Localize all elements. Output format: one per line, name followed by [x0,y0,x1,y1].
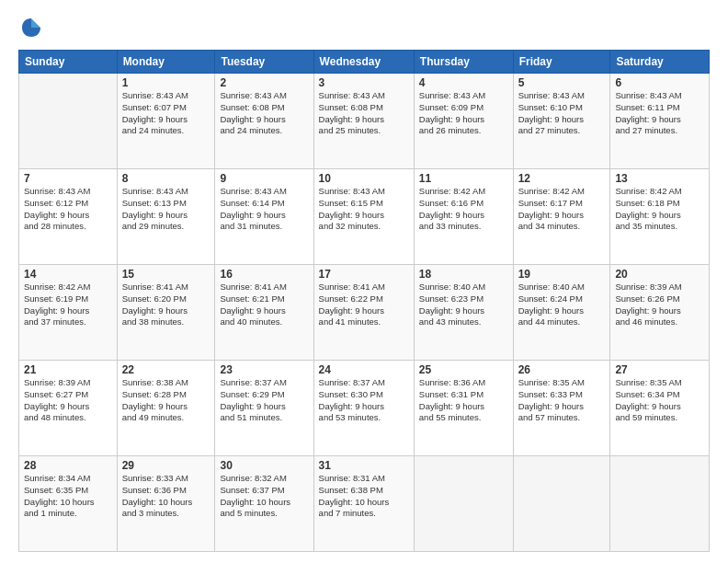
calendar-cell: 16Sunrise: 8:41 AMSunset: 6:21 PMDayligh… [215,265,313,361]
day-info: Sunrise: 8:42 AMSunset: 6:17 PMDaylight:… [518,186,606,233]
day-info: Sunrise: 8:40 AMSunset: 6:23 PMDaylight:… [419,282,508,328]
calendar-cell: 10Sunrise: 8:43 AMSunset: 6:15 PMDayligh… [313,169,414,265]
calendar-cell: 13Sunrise: 8:42 AMSunset: 6:18 PMDayligh… [610,169,710,265]
day-info: Sunrise: 8:37 AMSunset: 6:30 PMDaylight:… [319,377,409,424]
calendar-cell: 12Sunrise: 8:42 AMSunset: 6:17 PMDayligh… [513,169,610,265]
calendar-header-thursday: Thursday [414,51,513,74]
day-number: 13 [615,172,704,185]
calendar-header-sunday: Sunday [19,51,118,74]
day-number: 3 [319,76,409,89]
logo-icon [18,15,44,40]
day-number: 2 [220,76,308,89]
day-info: Sunrise: 8:41 AMSunset: 6:21 PMDaylight:… [220,282,308,328]
day-info: Sunrise: 8:42 AMSunset: 6:19 PMDaylight:… [24,282,112,328]
day-info: Sunrise: 8:37 AMSunset: 6:29 PMDaylight:… [220,377,308,424]
day-info: Sunrise: 8:33 AMSunset: 6:36 PMDaylight:… [122,473,210,520]
day-number: 10 [319,172,409,185]
day-info: Sunrise: 8:36 AMSunset: 6:31 PMDaylight:… [419,377,508,424]
day-info: Sunrise: 8:43 AMSunset: 6:08 PMDaylight:… [220,90,308,137]
day-number: 18 [419,268,508,281]
calendar-cell: 11Sunrise: 8:42 AMSunset: 6:16 PMDayligh… [414,169,513,265]
calendar-cell: 30Sunrise: 8:32 AMSunset: 6:37 PMDayligh… [215,456,313,552]
calendar-week-5: 28Sunrise: 8:34 AMSunset: 6:35 PMDayligh… [19,456,710,552]
logo [18,15,48,40]
calendar-cell: 17Sunrise: 8:41 AMSunset: 6:22 PMDayligh… [313,265,414,361]
day-info: Sunrise: 8:32 AMSunset: 6:37 PMDaylight:… [220,473,308,520]
day-info: Sunrise: 8:43 AMSunset: 6:14 PMDaylight:… [220,186,308,233]
calendar-cell: 23Sunrise: 8:37 AMSunset: 6:29 PMDayligh… [215,361,313,456]
day-number: 21 [24,363,112,376]
day-info: Sunrise: 8:42 AMSunset: 6:16 PMDaylight:… [419,186,508,233]
calendar-header-saturday: Saturday [610,51,710,74]
calendar-cell: 28Sunrise: 8:34 AMSunset: 6:35 PMDayligh… [19,456,118,552]
calendar-cell: 8Sunrise: 8:43 AMSunset: 6:13 PMDaylight… [117,169,215,265]
day-number: 31 [319,459,409,472]
day-number: 23 [220,363,308,376]
day-number: 14 [24,268,112,281]
day-number: 8 [122,172,210,185]
day-number: 26 [518,363,606,376]
calendar-cell [513,456,610,552]
day-info: Sunrise: 8:43 AMSunset: 6:07 PMDaylight:… [122,90,210,137]
calendar-cell [414,456,513,552]
day-info: Sunrise: 8:41 AMSunset: 6:20 PMDaylight:… [122,282,210,328]
calendar-cell [610,456,710,552]
day-info: Sunrise: 8:39 AMSunset: 6:26 PMDaylight:… [615,282,704,328]
calendar-cell: 5Sunrise: 8:43 AMSunset: 6:10 PMDaylight… [513,74,610,169]
calendar-cell: 3Sunrise: 8:43 AMSunset: 6:08 PMDaylight… [313,74,414,169]
day-info: Sunrise: 8:35 AMSunset: 6:34 PMDaylight:… [615,377,704,424]
day-info: Sunrise: 8:43 AMSunset: 6:13 PMDaylight:… [122,186,210,233]
calendar-header-friday: Friday [513,51,610,74]
calendar-cell: 9Sunrise: 8:43 AMSunset: 6:14 PMDaylight… [215,169,313,265]
day-number: 9 [220,172,308,185]
calendar-cell: 21Sunrise: 8:39 AMSunset: 6:27 PMDayligh… [19,361,118,456]
day-info: Sunrise: 8:43 AMSunset: 6:15 PMDaylight:… [319,186,409,233]
calendar-header-tuesday: Tuesday [215,51,313,74]
day-info: Sunrise: 8:43 AMSunset: 6:10 PMDaylight:… [518,90,606,137]
day-info: Sunrise: 8:35 AMSunset: 6:33 PMDaylight:… [518,377,606,424]
day-number: 19 [518,268,606,281]
day-info: Sunrise: 8:34 AMSunset: 6:35 PMDaylight:… [24,473,112,520]
calendar-header-monday: Monday [117,51,215,74]
calendar-cell: 27Sunrise: 8:35 AMSunset: 6:34 PMDayligh… [610,361,710,456]
day-number: 25 [419,363,508,376]
day-info: Sunrise: 8:39 AMSunset: 6:27 PMDaylight:… [24,377,112,424]
day-number: 24 [319,363,409,376]
calendar-cell: 31Sunrise: 8:31 AMSunset: 6:38 PMDayligh… [313,456,414,552]
day-number: 16 [220,268,308,281]
header [18,15,710,40]
day-info: Sunrise: 8:31 AMSunset: 6:38 PMDaylight:… [319,473,409,520]
day-info: Sunrise: 8:43 AMSunset: 6:08 PMDaylight:… [319,90,409,137]
calendar-cell: 29Sunrise: 8:33 AMSunset: 6:36 PMDayligh… [117,456,215,552]
day-number: 7 [24,172,112,185]
day-info: Sunrise: 8:42 AMSunset: 6:18 PMDaylight:… [615,186,704,233]
day-number: 1 [122,76,210,89]
calendar-week-1: 1Sunrise: 8:43 AMSunset: 6:07 PMDaylight… [19,74,710,169]
day-number: 4 [419,76,508,89]
day-number: 12 [518,172,606,185]
calendar-cell: 15Sunrise: 8:41 AMSunset: 6:20 PMDayligh… [117,265,215,361]
calendar-cell: 2Sunrise: 8:43 AMSunset: 6:08 PMDaylight… [215,74,313,169]
calendar-cell: 24Sunrise: 8:37 AMSunset: 6:30 PMDayligh… [313,361,414,456]
day-number: 28 [24,459,112,472]
calendar: SundayMondayTuesdayWednesdayThursdayFrid… [18,50,710,552]
day-info: Sunrise: 8:40 AMSunset: 6:24 PMDaylight:… [518,282,606,328]
calendar-cell: 25Sunrise: 8:36 AMSunset: 6:31 PMDayligh… [414,361,513,456]
page: SundayMondayTuesdayWednesdayThursdayFrid… [0,0,728,563]
day-number: 27 [615,363,704,376]
day-number: 15 [122,268,210,281]
day-info: Sunrise: 8:41 AMSunset: 6:22 PMDaylight:… [319,282,409,328]
calendar-cell: 20Sunrise: 8:39 AMSunset: 6:26 PMDayligh… [610,265,710,361]
day-info: Sunrise: 8:38 AMSunset: 6:28 PMDaylight:… [122,377,210,424]
calendar-week-2: 7Sunrise: 8:43 AMSunset: 6:12 PMDaylight… [19,169,710,265]
day-info: Sunrise: 8:43 AMSunset: 6:11 PMDaylight:… [615,90,704,137]
day-number: 11 [419,172,508,185]
day-number: 22 [122,363,210,376]
calendar-cell: 22Sunrise: 8:38 AMSunset: 6:28 PMDayligh… [117,361,215,456]
day-number: 17 [319,268,409,281]
calendar-cell: 1Sunrise: 8:43 AMSunset: 6:07 PMDaylight… [117,74,215,169]
calendar-cell: 26Sunrise: 8:35 AMSunset: 6:33 PMDayligh… [513,361,610,456]
day-info: Sunrise: 8:43 AMSunset: 6:12 PMDaylight:… [24,186,112,233]
day-info: Sunrise: 8:43 AMSunset: 6:09 PMDaylight:… [419,90,508,137]
calendar-cell: 19Sunrise: 8:40 AMSunset: 6:24 PMDayligh… [513,265,610,361]
